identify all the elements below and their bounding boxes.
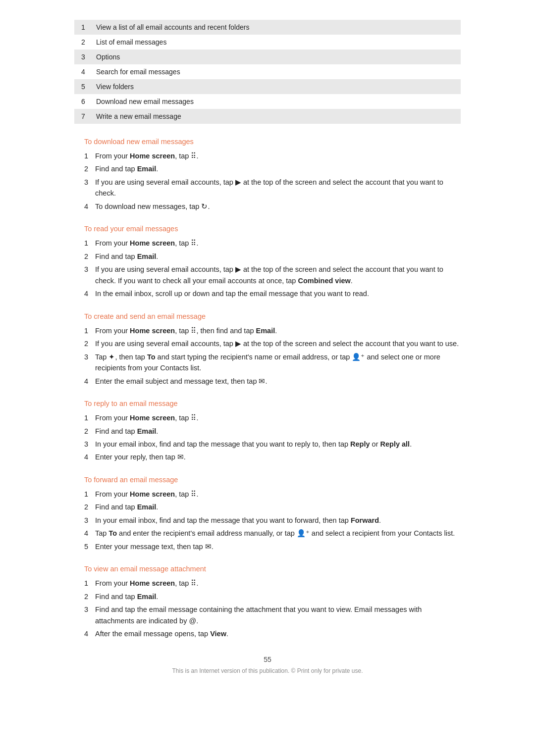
list-item: 3 In your email inbox, find and tap the … — [74, 514, 461, 527]
step-text: Find and tap Email. — [95, 591, 158, 602]
row-num: 6 — [74, 94, 89, 109]
row-text: Write a new email message — [89, 109, 461, 124]
section-heading-download: To download new email messages — [74, 138, 461, 146]
list-item: 2 Find and tap Email. — [74, 425, 461, 438]
step-text: Enter your reply, then tap ✉. — [95, 452, 186, 462]
section-heading-read: To read your email messages — [74, 225, 461, 233]
section-heading-forward: To forward an email message — [74, 476, 461, 484]
step-number: 2 — [84, 251, 95, 262]
step-number: 4 — [84, 528, 95, 539]
page-container: 1View a list of all email accounts and r… — [74, 0, 461, 704]
step-text: Find and tap Email. — [95, 251, 158, 262]
step-number: 3 — [84, 177, 95, 188]
list-item: 4 In the email inbox, scroll up or down … — [74, 287, 461, 300]
step-number: 1 — [84, 489, 95, 500]
step-text: To download new messages, tap ↻. — [95, 201, 210, 212]
row-num: 4 — [74, 64, 89, 79]
list-item: 4 Enter the email subject and message te… — [74, 375, 461, 388]
row-num: 5 — [74, 79, 89, 94]
step-text: In the email inbox, scroll up or down an… — [95, 288, 369, 299]
footer-text: This is an Internet version of this publ… — [74, 667, 461, 674]
section-heading-reply: To reply to an email message — [74, 400, 461, 407]
section-heading-attachment: To view an email message attachment — [74, 565, 461, 573]
list-item: 1 From your Home screen, tap ⠿. — [74, 237, 461, 250]
list-item: 4 To download new messages, tap ↻. — [74, 200, 461, 213]
step-text: In your email inbox, find and tap the me… — [95, 439, 412, 450]
row-text: Options — [89, 50, 461, 64]
list-item: 1 From your Home screen, tap ⠿. — [74, 577, 461, 590]
list-item: 4 Enter your reply, then tap ✉. — [74, 451, 461, 463]
step-number: 4 — [84, 376, 95, 387]
table-row: 3Options — [74, 50, 461, 64]
step-number: 2 — [84, 591, 95, 602]
step-number: 3 — [84, 352, 95, 362]
list-item: 1 From your Home screen, tap ⠿. — [74, 488, 461, 501]
step-text: Tap To and enter the recipient's email a… — [95, 528, 455, 539]
row-num: 1 — [74, 20, 89, 35]
step-number: 2 — [84, 426, 95, 437]
steps-list-download: 1 From your Home screen, tap ⠿.2 Find an… — [74, 150, 461, 213]
step-number: 4 — [84, 288, 95, 299]
step-text: Tap ✦, then tap To and start typing the … — [95, 352, 461, 374]
step-number: 2 — [84, 338, 95, 349]
step-number: 1 — [84, 151, 95, 161]
row-num: 3 — [74, 50, 89, 64]
list-item: 4 After the email message opens, tap Vie… — [74, 627, 461, 640]
list-item: 3 In your email inbox, find and tap the … — [74, 438, 461, 451]
list-item: 1 From your Home screen, tap ⠿. — [74, 150, 461, 162]
step-number: 4 — [84, 201, 95, 212]
step-text: Find and tap Email. — [95, 426, 158, 437]
step-text: Enter the email subject and message text… — [95, 376, 268, 387]
table-row: 5View folders — [74, 79, 461, 94]
row-text: Download new email messages — [89, 94, 461, 109]
section-heading-create: To create and send an email message — [74, 312, 461, 320]
step-text: If you are using several email accounts,… — [95, 264, 461, 286]
list-item: 1 From your Home screen, tap ⠿. — [74, 411, 461, 424]
step-text: If you are using several email accounts,… — [95, 177, 461, 199]
table-row: 7Write a new email message — [74, 109, 461, 124]
steps-list-create: 1 From your Home screen, tap ⠿, then fin… — [74, 324, 461, 388]
step-number: 3 — [84, 604, 95, 615]
steps-list-reply: 1 From your Home screen, tap ⠿.2 Find an… — [74, 411, 461, 464]
row-text: View a list of all email accounts and re… — [89, 20, 461, 35]
step-text: From your Home screen, tap ⠿, then find … — [95, 325, 277, 336]
step-text: Find and tap the email message containin… — [95, 604, 461, 626]
row-num: 2 — [74, 35, 89, 50]
step-text: From your Home screen, tap ⠿. — [95, 489, 198, 500]
table-row: 1View a list of all email accounts and r… — [74, 20, 461, 35]
steps-list-attachment: 1 From your Home screen, tap ⠿.2 Find an… — [74, 577, 461, 640]
list-item: 3 If you are using several email account… — [74, 263, 461, 287]
list-item: 2 Find and tap Email. — [74, 250, 461, 263]
step-number: 1 — [84, 578, 95, 589]
step-number: 3 — [84, 264, 95, 275]
step-number: 2 — [84, 163, 95, 174]
list-item: 2 Find and tap Email. — [74, 590, 461, 603]
step-number: 1 — [84, 238, 95, 249]
step-number: 2 — [84, 502, 95, 512]
table-row: 2List of email messages — [74, 35, 461, 50]
list-item: 3 Find and tap the email message contain… — [74, 603, 461, 627]
list-item: 4 Tap To and enter the recipient's email… — [74, 527, 461, 540]
steps-list-read: 1 From your Home screen, tap ⠿.2 Find an… — [74, 237, 461, 300]
list-item: 3 If you are using several email account… — [74, 176, 461, 200]
step-text: From your Home screen, tap ⠿. — [95, 412, 198, 423]
step-number: 3 — [84, 515, 95, 526]
info-table: 1View a list of all email accounts and r… — [74, 20, 461, 124]
step-text: Find and tap Email. — [95, 502, 158, 512]
table-row: 4Search for email messages — [74, 64, 461, 79]
row-text: View folders — [89, 79, 461, 94]
step-text: From your Home screen, tap ⠿. — [95, 578, 198, 589]
row-text: List of email messages — [89, 35, 461, 50]
step-text: From your Home screen, tap ⠿. — [95, 151, 198, 161]
step-number: 1 — [84, 412, 95, 423]
step-number: 4 — [84, 452, 95, 462]
step-text: From your Home screen, tap ⠿. — [95, 238, 198, 249]
list-item: 5 Enter your message text, then tap ✉. — [74, 540, 461, 553]
steps-list-forward: 1 From your Home screen, tap ⠿.2 Find an… — [74, 488, 461, 553]
step-number: 4 — [84, 628, 95, 639]
step-number: 3 — [84, 439, 95, 450]
step-number: 1 — [84, 325, 95, 336]
list-item: 2 If you are using several email account… — [74, 337, 461, 350]
list-item: 2 Find and tap Email. — [74, 501, 461, 513]
step-text: In your email inbox, find and tap the me… — [95, 515, 381, 526]
